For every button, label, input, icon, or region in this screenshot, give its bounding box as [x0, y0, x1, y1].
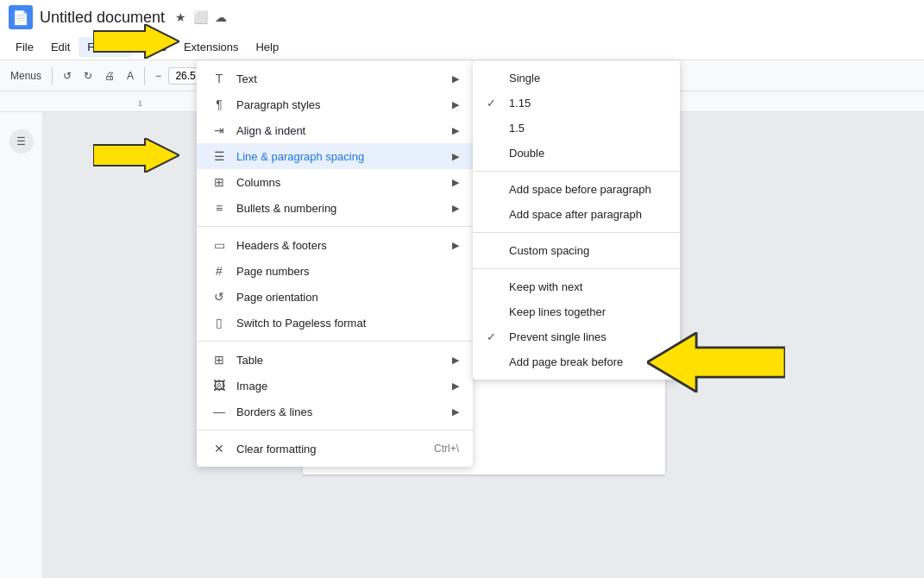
yellow-arrow-2 [93, 138, 179, 173]
spacing-add-after[interactable]: Add space after paragraph [473, 202, 680, 227]
clear-formatting-icon: ✕ [211, 442, 228, 455]
line-spacing-arrow: ▶ [452, 151, 459, 162]
folder-icon[interactable]: ⬜ [193, 10, 208, 24]
image-icon: 🖼 [211, 379, 228, 393]
format-menu-borders-lines[interactable]: — Borders & lines ▶ [197, 399, 473, 424]
submenu-divider-3 [473, 268, 680, 269]
menu-divider-2 [197, 341, 473, 342]
borders-icon: — [211, 405, 228, 418]
format-menu: T Text ▶ ¶ Paragraph styles ▶ ⇥ Align & … [197, 60, 473, 467]
yellow-arrow-3 [647, 332, 785, 393]
format-menu-line-spacing[interactable]: ☰ Line & paragraph spacing ▶ [197, 143, 473, 169]
format-menu-pageless[interactable]: ▯ Switch to Pageless format [197, 310, 473, 336]
pageless-icon: ▯ [211, 316, 228, 330]
prevent-single-check: ✓ [487, 330, 504, 343]
spellcheck-button[interactable]: A [122, 66, 139, 85]
title-icons: ★ ⬜ ☁ [175, 10, 227, 24]
format-menu-page-numbers[interactable]: # Page numbers [197, 258, 473, 284]
line-spacing-icon: ☰ [211, 149, 228, 163]
toolbar-sep-1 [52, 67, 53, 85]
align-indent-icon: ⇥ [211, 123, 228, 137]
bullets-icon: ≡ [211, 201, 228, 215]
borders-arrow: ▶ [452, 406, 459, 418]
menu-extensions[interactable]: Extensions [175, 37, 248, 57]
spacing-keep-next[interactable]: Keep with next [473, 274, 680, 299]
table-icon: ⊞ [211, 353, 228, 367]
format-menu-clear-formatting[interactable]: ✕ Clear formatting Ctrl+\ [197, 436, 473, 462]
menu-divider-1 [197, 226, 473, 227]
yellow-arrow-1 [93, 24, 179, 59]
svg-marker-0 [93, 24, 179, 59]
menu-file[interactable]: File [7, 37, 42, 57]
sidebar-left: ☰ [0, 112, 43, 578]
menu-edit[interactable]: Edit [42, 37, 79, 57]
text-menu-icon: T [211, 72, 228, 85]
format-menu-headers-footers[interactable]: ▭ Headers & footers ▶ [197, 232, 473, 258]
format-menu-paragraph-styles[interactable]: ¶ Paragraph styles ▶ [197, 91, 473, 117]
headers-icon: ▭ [211, 238, 228, 252]
1-15-check: ✓ [487, 97, 504, 110]
format-menu-page-orientation[interactable]: ↺ Page orientation [197, 284, 473, 310]
font-minus-button[interactable]: − [150, 66, 167, 85]
format-menu-columns[interactable]: ⊞ Columns ▶ [197, 169, 473, 195]
spacing-add-before[interactable]: Add space before paragraph [473, 177, 680, 202]
page-numbers-icon: # [211, 264, 228, 278]
ruler-mark-1: 1 [138, 99, 142, 108]
text-arrow-icon: ▶ [452, 73, 459, 85]
svg-marker-1 [93, 138, 179, 173]
columns-arrow: ▶ [452, 177, 459, 188]
format-menu-image[interactable]: 🖼 Image ▶ [197, 373, 473, 399]
menu-divider-3 [197, 430, 473, 430]
format-menu-table[interactable]: ⊞ Table ▶ [197, 347, 473, 373]
spacing-double[interactable]: Double [473, 141, 680, 166]
menus-label: Menus [10, 70, 41, 82]
menus-button[interactable]: Menus [5, 66, 47, 85]
undo-button[interactable]: ↺ [58, 66, 77, 85]
format-menu-text[interactable]: T Text ▶ [197, 66, 473, 91]
bullets-arrow: ▶ [452, 203, 459, 214]
svg-marker-2 [647, 333, 785, 393]
spacing-keep-lines[interactable]: Keep lines together [473, 299, 680, 324]
sidebar-list-icon[interactable]: ☰ [9, 129, 34, 154]
star-icon[interactable]: ★ [175, 10, 186, 24]
format-menu-bullets[interactable]: ≡ Bullets & numbering ▶ [197, 195, 473, 221]
paragraph-styles-arrow: ▶ [452, 99, 459, 110]
clear-formatting-shortcut: Ctrl+\ [434, 443, 459, 455]
page-orientation-icon: ↺ [211, 290, 228, 304]
submenu-divider-1 [473, 171, 680, 172]
columns-icon: ⊞ [211, 175, 228, 189]
app-window: 📄 Untitled document ★ ⬜ ☁ File Edit Form… [0, 0, 924, 578]
redo-button[interactable]: ↻ [79, 66, 97, 85]
toolbar-sep-2 [144, 67, 145, 85]
image-arrow: ▶ [452, 380, 459, 392]
spacing-custom[interactable]: Custom spacing [473, 238, 680, 263]
doc-icon: 📄 [9, 5, 33, 29]
spacing-1-5[interactable]: 1.5 [473, 116, 680, 141]
spacing-single[interactable]: Single [473, 66, 680, 91]
menu-help[interactable]: Help [247, 37, 287, 57]
format-menu-align-indent[interactable]: ⇥ Align & indent ▶ [197, 117, 473, 143]
submenu-divider-2 [473, 232, 680, 233]
cloud-icon[interactable]: ☁ [215, 10, 227, 24]
paragraph-styles-icon: ¶ [211, 97, 228, 111]
print-button[interactable]: 🖨 [99, 66, 120, 85]
spacing-1-15[interactable]: ✓ 1.15 [473, 91, 680, 116]
align-indent-arrow: ▶ [452, 125, 459, 136]
headers-arrow: ▶ [452, 240, 459, 251]
table-arrow: ▶ [452, 355, 459, 366]
